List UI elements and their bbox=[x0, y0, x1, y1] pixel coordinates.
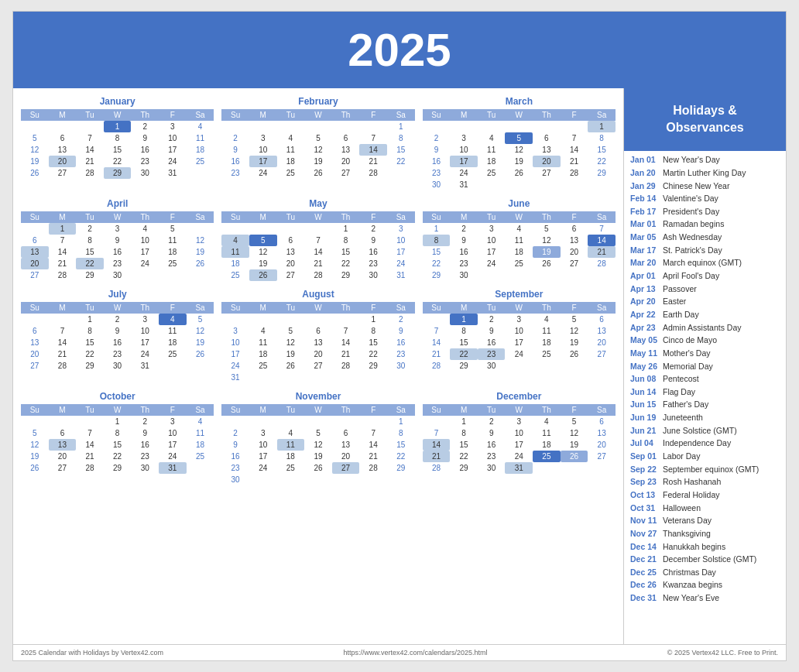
holiday-date: Nov 27 bbox=[630, 529, 660, 540]
cal-day: 25 bbox=[159, 348, 187, 360]
year-header: 2025 bbox=[13, 12, 786, 88]
month-june: JuneSuMTuWThFSa1234567891011121314151617… bbox=[423, 198, 616, 281]
day-header-w: W bbox=[104, 109, 132, 121]
cal-day bbox=[478, 121, 506, 132]
cal-day: 7 bbox=[76, 132, 104, 144]
cal-day: 21 bbox=[359, 451, 387, 462]
day-header-w: W bbox=[505, 404, 533, 416]
cal-day: 18 bbox=[221, 258, 249, 269]
cal-day: 5 bbox=[187, 314, 214, 325]
cal-day: 15 bbox=[387, 144, 415, 156]
cal-day: 3 bbox=[249, 132, 277, 144]
holiday-item: Feb 17President's Day bbox=[630, 205, 780, 218]
day-header-sa: Sa bbox=[187, 109, 214, 121]
cal-day: 20 bbox=[332, 451, 360, 462]
cal-day: 3 bbox=[505, 416, 533, 427]
day-header-f: F bbox=[561, 302, 588, 314]
cal-day: 8 bbox=[387, 427, 415, 439]
cal-day: 23 bbox=[478, 348, 506, 360]
cal-day bbox=[304, 372, 332, 383]
holiday-name: Father's Day bbox=[663, 399, 708, 410]
cal-day bbox=[21, 416, 49, 427]
holiday-item: Apr 01April Fool's Day bbox=[630, 270, 780, 283]
cal-day: 26 bbox=[561, 451, 588, 462]
day-header-m: M bbox=[49, 302, 77, 314]
cal-day bbox=[561, 360, 588, 372]
cal-day bbox=[221, 121, 249, 132]
cal-day bbox=[561, 121, 588, 132]
cal-day: 30 bbox=[450, 269, 478, 281]
day-header-sa: Sa bbox=[187, 404, 214, 416]
cal-day: 14 bbox=[76, 144, 104, 156]
month-title-december: December bbox=[423, 391, 616, 402]
cal-day: 6 bbox=[304, 325, 332, 337]
cal-day: 8 bbox=[450, 325, 478, 337]
day-header-m: M bbox=[450, 404, 478, 416]
cal-day: 30 bbox=[423, 179, 451, 190]
holiday-name: March equinox (GMT) bbox=[663, 258, 742, 269]
cal-day: 29 bbox=[332, 269, 360, 281]
cal-day: 24 bbox=[450, 167, 478, 179]
holiday-item: Apr 13Passover bbox=[630, 283, 780, 296]
day-header-sa: Sa bbox=[187, 211, 214, 223]
day-header-sa: Sa bbox=[588, 404, 616, 416]
cal-day: 23 bbox=[359, 258, 387, 269]
holiday-name: Hanukkah begins bbox=[663, 542, 725, 553]
sidebar-header: Holidays &Observances bbox=[624, 88, 786, 151]
day-header-w: W bbox=[104, 211, 132, 223]
cal-day: 13 bbox=[49, 439, 77, 451]
cal-day: 8 bbox=[332, 235, 360, 246]
cal-day: 12 bbox=[21, 144, 49, 156]
holiday-date: Mar 20 bbox=[630, 258, 660, 269]
cal-day: 27 bbox=[304, 360, 332, 372]
cal-day bbox=[131, 269, 159, 281]
cal-day bbox=[304, 474, 332, 485]
cal-day: 4 bbox=[478, 132, 506, 144]
day-header-sa: Sa bbox=[387, 211, 415, 223]
cal-day: 3 bbox=[159, 416, 187, 427]
cal-day: 7 bbox=[423, 325, 451, 337]
holiday-date: Dec 21 bbox=[630, 554, 660, 565]
cal-day: 5 bbox=[159, 223, 187, 235]
month-title-may: May bbox=[221, 198, 414, 209]
footer-center: https://www.vertex42.com/calendars/2025.… bbox=[343, 649, 487, 657]
cal-table-october: SuMTuWThFSa12345678910111213141516171819… bbox=[21, 404, 214, 474]
cal-day: 17 bbox=[131, 246, 159, 258]
holiday-item: May 11Mother's Day bbox=[630, 347, 780, 360]
cal-day: 8 bbox=[359, 325, 387, 337]
cal-day: 9 bbox=[478, 325, 506, 337]
cal-day: 9 bbox=[131, 427, 159, 439]
holiday-item: Nov 27Thanksgiving bbox=[630, 527, 780, 540]
day-header-f: F bbox=[159, 404, 187, 416]
cal-day: 29 bbox=[76, 269, 104, 281]
cal-day bbox=[304, 223, 332, 235]
cal-day bbox=[533, 269, 561, 281]
cal-day: 30 bbox=[478, 462, 506, 474]
cal-day: 20 bbox=[304, 348, 332, 360]
cal-day: 28 bbox=[423, 360, 451, 372]
day-header-w: W bbox=[304, 302, 332, 314]
cal-day: 4 bbox=[505, 223, 533, 235]
cal-day: 17 bbox=[159, 144, 187, 156]
cal-day: 25 bbox=[249, 360, 277, 372]
cal-day: 18 bbox=[187, 144, 214, 156]
holiday-item: Apr 20Easter bbox=[630, 296, 780, 309]
day-header-su: Su bbox=[21, 404, 49, 416]
day-header-th: Th bbox=[332, 404, 360, 416]
cal-day: 14 bbox=[588, 235, 616, 246]
cal-day: 3 bbox=[478, 223, 506, 235]
day-header-th: Th bbox=[332, 211, 360, 223]
holiday-item: Apr 22Earth Day bbox=[630, 308, 780, 321]
cal-day: 2 bbox=[450, 223, 478, 235]
cal-day: 9 bbox=[478, 427, 506, 439]
cal-day: 22 bbox=[104, 156, 132, 167]
cal-day: 29 bbox=[76, 360, 104, 372]
day-header-tu: Tu bbox=[478, 404, 506, 416]
cal-day: 26 bbox=[505, 167, 533, 179]
cal-day: 8 bbox=[450, 427, 478, 439]
day-header-w: W bbox=[505, 302, 533, 314]
day-header-su: Su bbox=[423, 211, 451, 223]
footer-right: © 2025 Vertex42 LLC. Free to Print. bbox=[667, 649, 778, 657]
cal-day: 23 bbox=[131, 451, 159, 462]
cal-day bbox=[277, 416, 305, 427]
